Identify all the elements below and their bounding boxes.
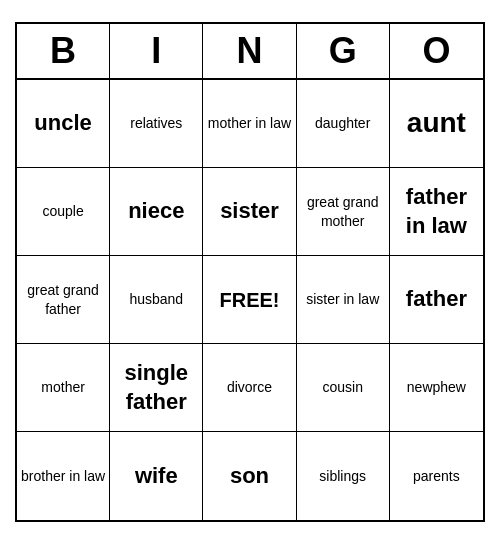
header-letter-n: N	[203, 24, 296, 78]
bingo-cell-16: single father	[110, 344, 203, 432]
bingo-cell-0: uncle	[17, 80, 110, 168]
bingo-cell-12: FREE!	[203, 256, 296, 344]
bingo-card: BINGO unclerelativesmother in lawdaughte…	[15, 22, 485, 522]
bingo-cell-9: father in law	[390, 168, 483, 256]
bingo-cell-1: relatives	[110, 80, 203, 168]
bingo-cell-23: siblings	[297, 432, 390, 520]
bingo-cell-4: aunt	[390, 80, 483, 168]
bingo-cell-15: mother	[17, 344, 110, 432]
bingo-cell-2: mother in law	[203, 80, 296, 168]
bingo-cell-14: father	[390, 256, 483, 344]
bingo-cell-5: couple	[17, 168, 110, 256]
bingo-cell-19: newphew	[390, 344, 483, 432]
bingo-header: BINGO	[17, 24, 483, 80]
bingo-cell-24: parents	[390, 432, 483, 520]
header-letter-g: G	[297, 24, 390, 78]
bingo-cell-6: niece	[110, 168, 203, 256]
bingo-cell-13: sister in law	[297, 256, 390, 344]
header-letter-b: B	[17, 24, 110, 78]
bingo-cell-21: wife	[110, 432, 203, 520]
bingo-grid: unclerelativesmother in lawdaughterauntc…	[17, 80, 483, 520]
bingo-cell-20: brother in law	[17, 432, 110, 520]
bingo-cell-18: cousin	[297, 344, 390, 432]
bingo-cell-8: great grand mother	[297, 168, 390, 256]
header-letter-i: I	[110, 24, 203, 78]
bingo-cell-10: great grand father	[17, 256, 110, 344]
bingo-cell-3: daughter	[297, 80, 390, 168]
header-letter-o: O	[390, 24, 483, 78]
bingo-cell-7: sister	[203, 168, 296, 256]
bingo-cell-11: husband	[110, 256, 203, 344]
bingo-cell-22: son	[203, 432, 296, 520]
bingo-cell-17: divorce	[203, 344, 296, 432]
